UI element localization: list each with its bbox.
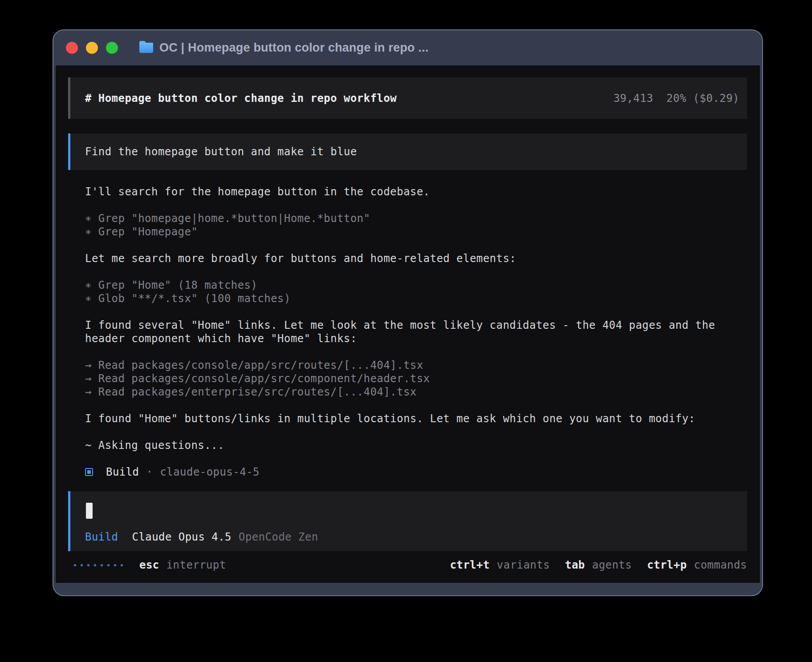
separator-dot: · [146, 465, 153, 479]
tool-call-read: → Read packages/enterprise/src/routes/[.… [85, 385, 747, 399]
agent-model: claude-opus-4-5 [160, 465, 260, 479]
folder-icon [139, 43, 153, 53]
shortcut-key: ctrl+p [647, 558, 686, 572]
tool-call-glob: ∗ Glob "**/*.tsx" (100 matches) [85, 292, 747, 305]
tool-call-grep: ∗ Grep "Home" (18 matches) [85, 279, 747, 292]
shortcut-label: commands [694, 558, 747, 572]
assistant-text: I found "Home" buttons/links in multiple… [85, 412, 747, 425]
tool-call-read: → Read packages/console/app/src/routes/[… [85, 359, 747, 372]
input-meta-line: Build Claude Opus 4.5 OpenCode Zen [85, 530, 732, 544]
shortcut-commands: ctrl+p commands [647, 558, 747, 572]
shortcut-label: variants [497, 558, 550, 572]
terminal-content: # Homepage button color change in repo w… [56, 65, 760, 583]
esc-key-hint: esc [139, 558, 159, 572]
input-provider: OpenCode Zen [239, 530, 318, 544]
agent-icon [85, 468, 93, 476]
window-title: OC | Homepage button color change in rep… [159, 41, 429, 55]
terminal-window: OC | Homepage button color change in rep… [53, 29, 763, 596]
activity-dots [74, 564, 123, 566]
minimize-button[interactable] [86, 42, 98, 54]
agent-status-line: Build · claude-opus-4-5 [85, 465, 747, 479]
assistant-status-text: ~ Asking questions... [85, 439, 747, 452]
tool-call-read: → Read packages/console/app/src/componen… [85, 372, 747, 385]
assistant-text: I found several "Home" links. Let me loo… [85, 319, 747, 332]
input-model-name: Claude Opus 4.5 [132, 530, 232, 544]
assistant-text: header component which have "Home" links… [85, 332, 747, 345]
session-title: # Homepage button color change in repo w… [85, 92, 397, 105]
token-usage: 39,413 20% ($0.29) [613, 92, 739, 105]
shortcut-label: agents [592, 558, 632, 572]
user-message-text: Find the homepage button and make it blu… [85, 145, 357, 158]
shortcut-agents: tab agents [565, 558, 632, 572]
shortcut-variants: ctrl+t variants [450, 558, 550, 572]
status-bar: esc interrupt ctrl+t variants tab agents… [68, 558, 747, 572]
close-button[interactable] [66, 42, 78, 54]
assistant-text: I'll search for the homepage button in t… [85, 185, 747, 198]
shortcut-key: tab [565, 558, 585, 572]
agent-name: Build [106, 465, 139, 479]
shortcut-key: ctrl+t [450, 558, 490, 572]
esc-key-label: interrupt [166, 558, 226, 572]
input-mode-label[interactable]: Build [85, 530, 118, 544]
shortcut-hints: ctrl+t variants tab agents ctrl+p comman… [450, 558, 747, 572]
window-titlebar: OC | Homepage button color change in rep… [53, 30, 762, 65]
assistant-transcript: I'll search for the homepage button in t… [68, 185, 747, 479]
tool-call-grep: ∗ Grep "homepage|home.*button|Home.*butt… [85, 212, 747, 225]
assistant-text: Let me search more broadly for buttons a… [85, 252, 747, 265]
tool-call-grep: ∗ Grep "Homepage" [85, 225, 747, 238]
zoom-button[interactable] [106, 42, 118, 54]
session-header: # Homepage button color change in repo w… [68, 77, 747, 119]
prompt-input[interactable]: Build Claude Opus 4.5 OpenCode Zen [68, 491, 747, 551]
text-cursor [86, 503, 93, 519]
user-message: Find the homepage button and make it blu… [68, 133, 747, 170]
